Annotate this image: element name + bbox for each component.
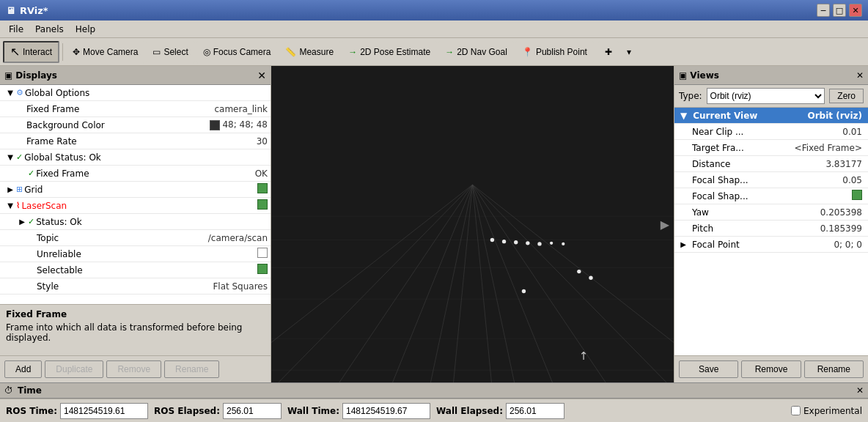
views-current-view-header[interactable]: ▼ Current View Orbit (rviz) bbox=[674, 108, 868, 124]
main-layout: ▣ Displays ✕ ▼ ⚙ Global Options Fixed Fr… bbox=[0, 66, 868, 382]
focal-shape-checkbox[interactable] bbox=[852, 190, 862, 200]
views-rename-button[interactable]: Rename bbox=[804, 360, 864, 378]
focus-camera-tool[interactable]: ◎ Focus Camera bbox=[196, 41, 278, 63]
experimental-checkbox[interactable] bbox=[791, 406, 801, 415]
time-title: Time bbox=[18, 385, 42, 396]
tree-laserscan-status[interactable]: ▶ ✓ Status: Ok bbox=[0, 214, 271, 230]
wall-time-group: Wall Time: bbox=[287, 403, 430, 419]
svg-rect-0 bbox=[271, 66, 674, 382]
tool-options-icon: ▾ bbox=[627, 47, 631, 57]
displays-icon: ▣ bbox=[4, 70, 12, 81]
minimize-button[interactable]: ─ bbox=[817, 4, 830, 17]
measure-tool[interactable]: 📏 Measure bbox=[279, 41, 340, 63]
publish-point-tool[interactable]: 📍 Publish Point bbox=[515, 41, 594, 63]
views-focal-shape-2[interactable]: Focal Shap... bbox=[674, 188, 868, 204]
maximize-button[interactable]: □ bbox=[833, 4, 846, 17]
displays-title: ▣ Displays bbox=[4, 70, 57, 81]
tree-grid[interactable]: ▶ ⊞ Grid bbox=[0, 182, 271, 198]
title-bar: 🖥 RViz* ─ □ ✕ bbox=[0, 0, 868, 21]
grid-icon: ⊞ bbox=[16, 185, 23, 194]
svg-text:↑: ↑ bbox=[579, 349, 589, 363]
select-tool[interactable]: ▭ Select bbox=[146, 41, 194, 63]
views-distance[interactable]: Distance 3.83177 bbox=[674, 156, 868, 172]
views-pitch[interactable]: Pitch 0.185399 bbox=[674, 221, 868, 237]
svg-point-24 bbox=[550, 242, 553, 245]
background-color-swatch bbox=[210, 120, 220, 130]
tree-global-status[interactable]: ▼ ✓ Global Status: Ok bbox=[0, 149, 271, 166]
move-camera-tool[interactable]: ✥ Move Camera bbox=[66, 41, 144, 63]
grid-checkbox[interactable] bbox=[257, 183, 268, 193]
panel-buttons: Add Duplicate Remove Rename bbox=[0, 355, 271, 382]
tree-selectable[interactable]: Selectable bbox=[0, 262, 271, 278]
move-camera-icon: ✥ bbox=[73, 47, 80, 57]
ros-time-input[interactable] bbox=[60, 403, 148, 419]
experimental-label: Experimental bbox=[803, 406, 862, 416]
laserscan-checkbox[interactable] bbox=[257, 199, 268, 210]
tree-style[interactable]: Style Flat Squares bbox=[0, 278, 271, 295]
unreliable-checkbox[interactable] bbox=[257, 248, 268, 258]
ros-time-group: ROS Time: bbox=[6, 403, 148, 419]
tree-global-options[interactable]: ▼ ⚙ Global Options bbox=[0, 85, 271, 101]
rename-display-button[interactable]: Rename bbox=[164, 360, 219, 378]
tree-laserscan[interactable]: ▼ ⌇ LaserScan bbox=[0, 198, 271, 214]
views-save-button[interactable]: Save bbox=[679, 360, 738, 378]
views-target-frame[interactable]: Target Fra... <Fixed Frame> bbox=[674, 140, 868, 156]
menu-help[interactable]: Help bbox=[70, 23, 101, 36]
add-tool-button[interactable]: ✚ bbox=[598, 41, 619, 63]
views-close-button[interactable]: ✕ bbox=[856, 70, 864, 81]
3d-view[interactable]: ↑ bbox=[271, 66, 674, 382]
menu-file[interactable]: File bbox=[3, 23, 29, 36]
views-type-row: Type: Orbit (rviz) Zero bbox=[674, 85, 868, 108]
svg-point-22 bbox=[526, 241, 529, 245]
remove-display-button[interactable]: Remove bbox=[106, 360, 161, 378]
views-yaw[interactable]: Yaw 0.205398 bbox=[674, 204, 868, 221]
viewport-collapse-arrow[interactable]: ▶ bbox=[661, 218, 669, 232]
displays-close-button[interactable]: ✕ bbox=[257, 70, 266, 81]
menu-panels[interactable]: Panels bbox=[29, 23, 70, 36]
2d-pose-tool[interactable]: → 2D Pose Estimate bbox=[342, 41, 437, 63]
tool-options-button[interactable]: ▾ bbox=[620, 41, 638, 63]
views-focal-shape-1[interactable]: Focal Shap... 0.05 bbox=[674, 172, 868, 188]
laserscan-icon: ⌇ bbox=[16, 201, 20, 210]
svg-point-21 bbox=[514, 240, 518, 244]
views-panel: ▣ Views ✕ Type: Orbit (rviz) Zero ▼ Curr… bbox=[674, 66, 868, 382]
displays-header: ▣ Displays ✕ bbox=[0, 66, 271, 85]
views-buttons: Save Remove Rename bbox=[674, 355, 868, 382]
ok-checkmark-icon: ✓ bbox=[28, 169, 34, 178]
toolbar: ↖ Interact ✥ Move Camera ▭ Select ◎ Focu… bbox=[0, 38, 868, 66]
expand-laserscan-status-icon: ▶ bbox=[18, 218, 26, 226]
svg-point-28 bbox=[522, 289, 526, 293]
views-header: ▣ Views ✕ bbox=[674, 66, 868, 85]
tree-fixed-frame-status[interactable]: ✓ Fixed Frame OK bbox=[0, 166, 271, 182]
ros-time-label: ROS Time: bbox=[6, 406, 57, 416]
views-type-label: Type: bbox=[679, 91, 702, 101]
add-display-button[interactable]: Add bbox=[4, 360, 42, 378]
tree-frame-rate[interactable]: Frame Rate 30 bbox=[0, 133, 271, 149]
views-zero-button[interactable]: Zero bbox=[829, 89, 864, 103]
app-title: 🖥 RViz* bbox=[6, 5, 48, 16]
svg-point-27 bbox=[589, 276, 592, 280]
tree-fixed-frame[interactable]: Fixed Frame camera_link bbox=[0, 101, 271, 117]
selectable-checkbox[interactable] bbox=[257, 264, 268, 274]
views-focal-point[interactable]: ▶ Focal Point 0; 0; 0 bbox=[674, 237, 868, 253]
views-icon: ▣ bbox=[679, 70, 687, 81]
displays-panel: ▣ Displays ✕ ▼ ⚙ Global Options Fixed Fr… bbox=[0, 66, 271, 382]
2d-nav-tool[interactable]: → 2D Nav Goal bbox=[438, 41, 514, 63]
views-near-clip[interactable]: Near Clip ... 0.01 bbox=[674, 124, 868, 140]
ros-elapsed-input[interactable] bbox=[223, 403, 282, 419]
duplicate-display-button[interactable]: Duplicate bbox=[45, 360, 103, 378]
time-close-button[interactable]: ✕ bbox=[856, 385, 864, 396]
views-type-select[interactable]: Orbit (rviz) bbox=[707, 88, 825, 104]
svg-point-20 bbox=[502, 240, 506, 243]
viewport[interactable]: ↑ ▶ bbox=[271, 66, 674, 382]
displays-tree: ▼ ⚙ Global Options Fixed Frame camera_li… bbox=[0, 85, 271, 304]
tree-topic[interactable]: Topic /camera/scan bbox=[0, 230, 271, 246]
wall-time-input[interactable] bbox=[342, 403, 430, 419]
tree-unreliable[interactable]: Unreliable bbox=[0, 246, 271, 262]
close-button[interactable]: ✕ bbox=[849, 4, 862, 17]
interact-tool[interactable]: ↖ Interact bbox=[3, 41, 59, 63]
wall-elapsed-input[interactable] bbox=[506, 403, 564, 419]
views-remove-button[interactable]: Remove bbox=[741, 360, 801, 378]
expand-grid-icon: ▶ bbox=[6, 185, 15, 193]
tree-background-color[interactable]: Background Color 48; 48; 48 bbox=[0, 117, 271, 133]
